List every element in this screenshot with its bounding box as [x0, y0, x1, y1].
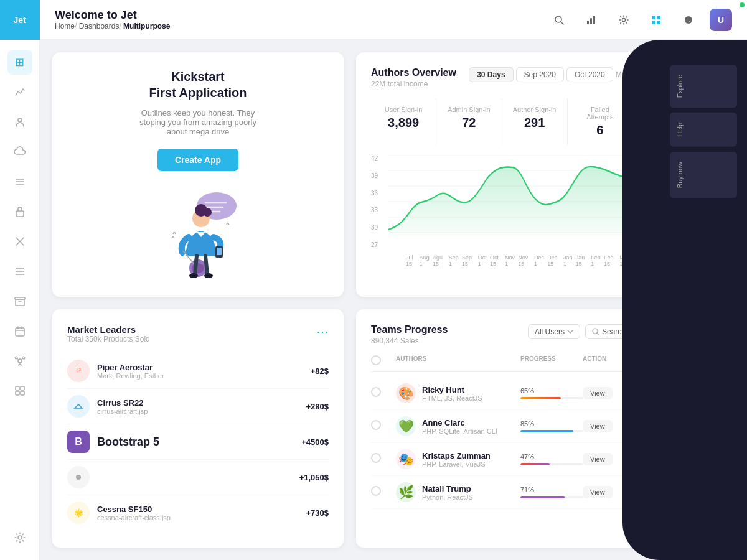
progress-ricky: 65%	[520, 387, 583, 399]
market-value-cessna: +730$	[306, 508, 329, 518]
sidebar-item-settings[interactable]	[7, 525, 32, 550]
progress-fill-kristaps	[520, 463, 550, 465]
market-leaders-title: Market Leaders	[67, 324, 150, 335]
authors-tab-group: 30 Days Sep 2020 Oct 2020 More	[469, 67, 632, 82]
chart-container: 42 39 36 33 30 27	[371, 155, 632, 267]
team-info-natali: Natali Trump Python, ReactJS	[422, 484, 473, 501]
breadcrumb-home[interactable]: Home	[55, 22, 75, 30]
chevron-down-icon	[567, 330, 573, 334]
progress-fill-anne	[520, 430, 573, 432]
sidebar-item-cloud[interactable]	[7, 139, 32, 164]
search-button[interactable]	[548, 9, 570, 31]
market-info-piper: Piper Aerostar Mark, Rowling, Esther	[97, 363, 311, 380]
market-value-piper: +82$	[311, 366, 329, 376]
market-leaders-subtitle: Total 350k Products Sold	[67, 335, 150, 343]
sidebar-item-list[interactable]	[7, 169, 32, 194]
team-row-anne: 💚 Anne Clarc PHP, SQLite, Artisan CLI 85…	[371, 410, 632, 443]
create-app-button[interactable]: Create App	[157, 149, 238, 171]
sidebar-item-calendar[interactable]	[7, 319, 32, 343]
svg-line-30	[561, 22, 563, 24]
sidebar-item-network[interactable]	[7, 348, 32, 373]
progress-bar-ricky	[520, 397, 583, 399]
breadcrumb-dashboards[interactable]: Dashboards	[79, 22, 120, 30]
grid-button[interactable]	[645, 9, 667, 31]
kickstart-description: Outlines keep you honest. They stoping y…	[129, 108, 266, 136]
sidebar-item-user[interactable]	[7, 110, 32, 134]
team-name-ricky: Ricky Hunt	[422, 385, 482, 394]
market-leaders-card: Market Leaders Total 350k Products Sold …	[52, 309, 344, 548]
all-users-filter[interactable]: All Users	[528, 324, 580, 339]
breadcrumb: Home/ Dashboards/ Multipurpose	[55, 22, 548, 30]
stat-author-signin-label: Author Sign-in	[512, 106, 557, 113]
market-desc-cirrus: cirrus-aircraft.jsp	[97, 408, 306, 415]
tab-oct2020[interactable]: Oct 2020	[566, 67, 613, 82]
market-info-cirrus: Cirrus SR22 cirrus-aircraft.jsp	[97, 398, 306, 415]
teams-header: Teams Progress 890,344 Sales All Users S…	[371, 324, 632, 345]
logo-text: Jet	[13, 15, 26, 25]
view-button-natali[interactable]: View	[583, 486, 613, 498]
kickstart-illustration	[148, 181, 248, 281]
help-button[interactable]: Help	[670, 113, 737, 147]
authors-card-title: Authors Overview	[371, 67, 469, 78]
sidebar-item-menu[interactable]	[7, 259, 32, 284]
dark-mode-button[interactable]	[677, 9, 700, 31]
stat-admin-signin: Admin Sign-in 72	[436, 98, 501, 145]
row-check-kristaps[interactable]	[371, 453, 396, 465]
sidebar-item-archive[interactable]	[7, 289, 32, 314]
market-value-bootstrap: +4500$	[301, 437, 329, 447]
avatar[interactable]: U	[710, 9, 732, 31]
view-button-ricky[interactable]: View	[583, 387, 613, 399]
analytics-button[interactable]	[580, 9, 603, 31]
svg-rect-33	[593, 16, 595, 24]
app-logo[interactable]: Jet	[0, 0, 40, 40]
sidebar-item-dashboard[interactable]: ⊞	[7, 50, 32, 75]
team-skills-anne: PHP, SQLite, Artisan CLI	[422, 427, 497, 435]
svg-point-19	[22, 357, 25, 359]
svg-line-69	[597, 333, 599, 335]
market-leaders-title-block: Market Leaders Total 350k Products Sold	[67, 324, 150, 343]
kickstart-card: KickstartFirst Application Outlines keep…	[52, 52, 344, 297]
svg-text:P: P	[76, 366, 81, 375]
settings-button[interactable]	[613, 9, 635, 31]
header-actions: U	[548, 9, 732, 31]
sidebar-item-chart[interactable]	[7, 80, 32, 105]
buy-now-button[interactable]: Buy now	[670, 152, 737, 198]
svg-rect-49	[217, 248, 222, 255]
main-wrapper: Welcome to Jet Home/ Dashboards/ Multipu…	[40, 0, 747, 560]
view-button-kristaps[interactable]: View	[583, 453, 613, 465]
team-info-ricky: Ricky Hunt HTML, JS, ReactJS	[422, 385, 482, 402]
progress-bar-anne	[520, 430, 583, 432]
stat-author-signin: Author Sign-in 291	[502, 98, 567, 145]
sidebar-item-close[interactable]	[7, 229, 32, 254]
market-item-bootstrap: B Bootstrap 5 +4500$	[67, 424, 329, 460]
teams-progress-card: Teams Progress 890,344 Sales All Users S…	[356, 309, 647, 548]
svg-rect-4	[16, 211, 24, 217]
sidebar-bottom	[7, 515, 32, 560]
sidebar-item-template[interactable]	[7, 378, 32, 403]
stat-user-signin: User Sign-in 3,899	[371, 98, 436, 145]
teams-filter-group: All Users Search	[528, 324, 632, 339]
market-item-misc: +1,050$	[67, 460, 329, 495]
view-button-anne[interactable]: View	[583, 420, 613, 432]
team-name-anne: Anne Clarc	[422, 418, 497, 427]
tab-30days[interactable]: 30 Days	[469, 67, 513, 82]
header-checkbox[interactable]	[371, 355, 381, 365]
market-more-button[interactable]: ⋯	[316, 324, 329, 339]
explore-button[interactable]: Explore	[670, 65, 737, 108]
stats-row: User Sign-in 3,899 Admin Sign-in 72 Auth…	[371, 98, 632, 145]
search-icon	[592, 328, 599, 335]
team-skills-kristaps: PHP, Laravel, VueJS	[422, 460, 491, 468]
chart-y-axis: 42 39 36 33 30 27	[371, 155, 378, 248]
svg-text:🌟: 🌟	[74, 508, 83, 517]
bootstrap-label: Bootstrap 5	[97, 436, 159, 449]
tab-sep2020[interactable]: Sep 2020	[516, 67, 564, 82]
market-desc-cessna: cessna-aircraft-class.jsp	[97, 514, 306, 521]
row-check-anne[interactable]	[371, 420, 396, 432]
sidebar-item-lock[interactable]	[7, 199, 32, 224]
row-check-natali[interactable]	[371, 486, 396, 498]
svg-point-17	[18, 359, 22, 363]
row-check-ricky[interactable]	[371, 387, 396, 399]
svg-point-18	[15, 357, 17, 359]
svg-point-20	[19, 364, 21, 366]
progress-kristaps: 47%	[520, 453, 583, 465]
